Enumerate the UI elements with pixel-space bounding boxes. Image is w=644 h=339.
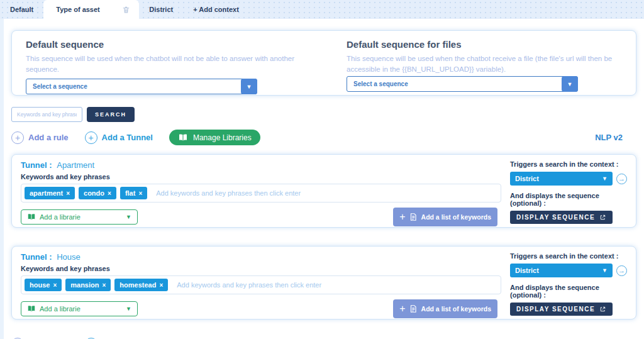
- book-icon: [27, 304, 36, 313]
- plus-icon: +: [399, 211, 405, 223]
- default-sequence-select[interactable]: Select a sequence ▼: [26, 79, 257, 94]
- display-sequence-button[interactable]: DISPLAY SEQUENCE: [510, 211, 613, 224]
- context-row: District ▼ →: [510, 264, 631, 277]
- actions-row: + Add a rule + Add a Tunnel Manage Libra…: [11, 130, 636, 145]
- tab-district[interactable]: District: [139, 0, 183, 19]
- keywords-placeholder: Add keywords and key phrases then click …: [156, 189, 301, 197]
- tunnel-type-label: Tunnel :: [21, 160, 52, 170]
- book-icon: [27, 213, 36, 221]
- go-to-context-icon[interactable]: →: [616, 265, 627, 276]
- left-edge-strip: [0, 19, 4, 339]
- remove-keyword-icon[interactable]: ×: [108, 190, 111, 197]
- default-sequence-files-select[interactable]: Select a sequence ▼: [347, 76, 578, 92]
- tunnel-bottom-row: Add a librarie ▼ + Add a list of keyword…: [21, 299, 501, 318]
- context-select-value: District: [515, 267, 539, 274]
- keyword-tag[interactable]: flat ×: [120, 187, 147, 199]
- tab-district-label: District: [149, 6, 173, 13]
- keyword-tag[interactable]: house ×: [25, 279, 62, 291]
- default-sequence-files-description: This sequence will be used when the chat…: [347, 53, 622, 74]
- chevron-down-icon: ▼: [126, 214, 131, 220]
- remove-keyword-icon[interactable]: ×: [102, 282, 106, 289]
- add-librarie-select[interactable]: Add a librarie ▼: [21, 209, 138, 225]
- tunnel-right-column: Triggers a search in the context : Distr…: [510, 252, 631, 313]
- page: Default Type of asset District + Add con…: [0, 0, 644, 339]
- keyword-text: mansion: [70, 281, 99, 289]
- tab-type-of-asset[interactable]: Type of asset: [43, 0, 139, 19]
- keywords-input[interactable]: apartment × condo × flat × Add keywords …: [21, 184, 501, 203]
- context-row: District ▼ →: [510, 172, 631, 186]
- tab-type-of-asset-label: Type of asset: [56, 6, 100, 13]
- add-rule-label: Add a rule: [28, 133, 69, 142]
- plus-icon: +: [399, 303, 405, 314]
- add-librarie-select[interactable]: Add a librarie ▼: [21, 301, 138, 316]
- tab-default[interactable]: Default: [0, 0, 43, 19]
- remove-keyword-icon[interactable]: ×: [159, 282, 163, 289]
- tab-add-context[interactable]: + Add context: [183, 0, 249, 19]
- plus-circle-icon: +: [85, 131, 97, 144]
- tab-add-context-label: + Add context: [193, 6, 239, 13]
- default-sequence-files-title: Default sequence for files: [347, 39, 622, 50]
- add-list-of-keywords-button[interactable]: + Add a list of keywords: [393, 299, 497, 318]
- tunnel-card-house: Tunnel : House Keywords and key phrases …: [11, 246, 636, 320]
- add-list-of-keywords-button[interactable]: + Add a list of keywords: [393, 208, 497, 226]
- display-sequence-button[interactable]: DISPLAY SEQUENCE: [510, 303, 613, 316]
- keyword-tag[interactable]: condo ×: [79, 187, 116, 199]
- trash-icon[interactable]: [122, 6, 130, 14]
- manage-libraries-label: Manage Libraries: [193, 133, 252, 142]
- keyword-tag[interactable]: homestead ×: [114, 279, 168, 291]
- tunnel-name[interactable]: House: [57, 252, 80, 262]
- context-select[interactable]: District ▼: [510, 172, 613, 186]
- document-icon: [409, 213, 418, 221]
- add-tunnel-button[interactable]: + Add a Tunnel: [85, 131, 153, 144]
- display-sequence-button-label: DISPLAY SEQUENCE: [516, 214, 595, 221]
- search-row: SEARCH: [11, 107, 636, 122]
- chevron-down-icon: ▼: [602, 267, 608, 274]
- document-icon: [409, 304, 418, 313]
- tunnel-card-apartment: Tunnel : Apartment Keywords and key phra…: [11, 154, 636, 228]
- remove-keyword-icon[interactable]: ×: [66, 190, 70, 197]
- tab-bar: Default Type of asset District + Add con…: [0, 0, 644, 19]
- display-sequence-label: And displays the sequence (optional) :: [510, 284, 631, 299]
- tunnel-title: Tunnel : Apartment: [21, 160, 501, 170]
- search-input[interactable]: [11, 107, 82, 122]
- tunnel-left-column: Tunnel : Apartment Keywords and key phra…: [21, 160, 510, 221]
- keyword-text: apartment: [30, 189, 63, 197]
- remove-keyword-icon[interactable]: ×: [53, 282, 57, 289]
- keywords-placeholder: Add keywords and key phrases then click …: [177, 281, 321, 289]
- book-icon: [178, 133, 188, 143]
- default-sequence-section: Default sequence This sequence will be u…: [26, 39, 321, 95]
- default-sequence-files-section: Default sequence for files This sequence…: [321, 39, 622, 95]
- keyword-tag[interactable]: mansion ×: [65, 279, 111, 291]
- tab-default-label: Default: [10, 6, 33, 13]
- default-sequences-card: Default sequence This sequence will be u…: [11, 30, 636, 96]
- add-rule-button[interactable]: + Add a rule: [11, 131, 69, 144]
- tunnel-title: Tunnel : House: [21, 252, 501, 262]
- tunnel-bottom-row: Add a librarie ▼ + Add a list of keyword…: [21, 208, 501, 226]
- tunnel-type-label: Tunnel :: [21, 252, 52, 262]
- remove-keyword-icon[interactable]: ×: [138, 190, 142, 197]
- keywords-input[interactable]: house × mansion × homestead × Add keywor…: [21, 275, 501, 294]
- chevron-down-icon[interactable]: ▼: [562, 76, 578, 92]
- manage-libraries-button[interactable]: Manage Libraries: [169, 130, 260, 145]
- external-link-icon: [599, 306, 606, 313]
- add-librarie-label: Add a librarie: [40, 213, 80, 221]
- add-list-of-keywords-label: Add a list of keywords: [421, 305, 491, 313]
- context-select[interactable]: District ▼: [510, 264, 613, 277]
- plus-circle-icon: +: [11, 131, 24, 144]
- tunnel-left-column: Tunnel : House Keywords and key phrases …: [21, 252, 510, 313]
- chevron-down-icon[interactable]: ▼: [241, 79, 257, 94]
- tunnel-name[interactable]: Apartment: [57, 160, 94, 170]
- trigger-context-label: Triggers a search in the context :: [510, 160, 631, 168]
- add-list-of-keywords-label: Add a list of keywords: [421, 213, 491, 221]
- keyword-tag[interactable]: apartment ×: [25, 187, 75, 199]
- keywords-label: Keywords and key phrases: [21, 173, 501, 181]
- keyword-text: condo: [84, 189, 104, 197]
- external-link-icon: [599, 214, 606, 221]
- search-button[interactable]: SEARCH: [87, 107, 135, 122]
- main-content: Default sequence This sequence will be u…: [0, 19, 644, 339]
- tunnel-right-column: Triggers a search in the context : Distr…: [510, 160, 631, 221]
- go-to-context-icon[interactable]: →: [616, 174, 627, 184]
- context-select-value: District: [515, 175, 539, 182]
- trigger-context-label: Triggers a search in the context :: [510, 252, 631, 260]
- add-librarie-label: Add a librarie: [40, 305, 80, 313]
